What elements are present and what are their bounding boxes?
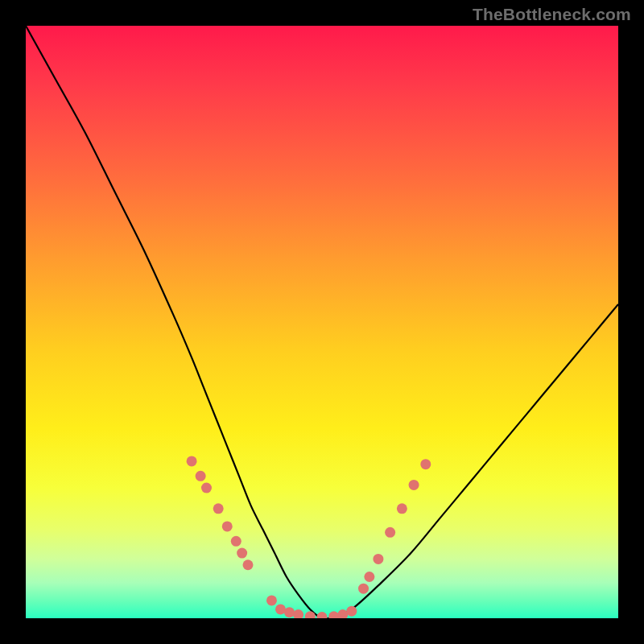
data-marker	[385, 527, 395, 538]
data-marker	[346, 606, 357, 617]
chart-plot-area	[26, 26, 618, 618]
data-marker	[243, 559, 254, 570]
data-marker	[213, 503, 224, 514]
data-marker	[364, 572, 374, 582]
data-marker	[284, 607, 295, 617]
data-marker	[397, 503, 407, 514]
data-marker	[409, 480, 419, 490]
watermark-text: TheBottleneck.com	[473, 5, 631, 24]
data-marker	[266, 595, 277, 605]
data-marker	[337, 609, 348, 618]
chart-svg	[26, 26, 618, 618]
data-marker	[373, 554, 383, 564]
stage: TheBottleneck.com	[0, 0, 644, 644]
data-marker	[237, 548, 247, 559]
data-marker	[317, 612, 328, 618]
bottleneck-curve	[26, 26, 618, 618]
data-marker	[420, 459, 431, 469]
data-marker	[201, 483, 212, 493]
data-marker	[196, 471, 206, 481]
marker-group	[187, 456, 431, 618]
data-marker	[293, 609, 303, 618]
data-marker	[231, 536, 242, 547]
data-marker	[187, 456, 197, 466]
data-marker	[222, 521, 233, 531]
data-marker	[275, 604, 286, 614]
data-marker	[358, 584, 369, 594]
